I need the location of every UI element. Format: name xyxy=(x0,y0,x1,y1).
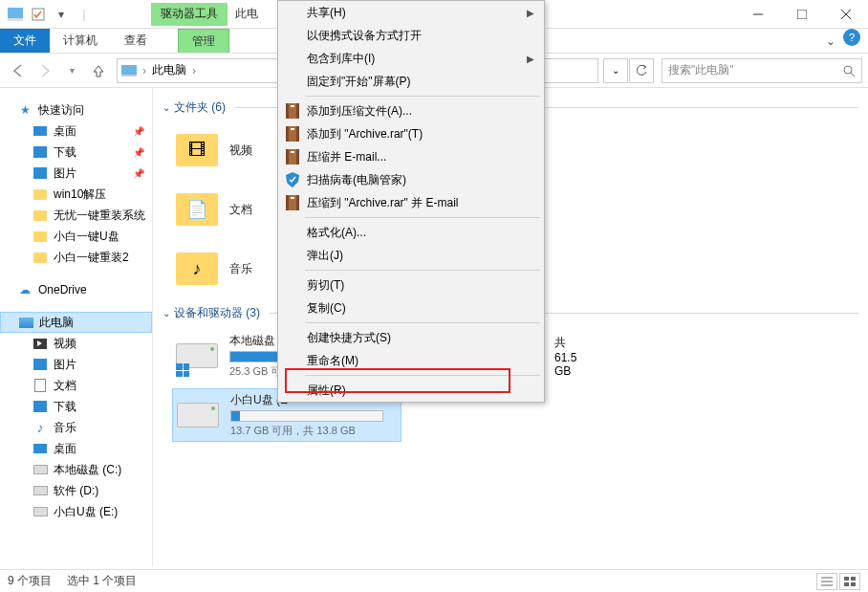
up-button[interactable] xyxy=(86,58,111,83)
sidebar-item[interactable]: 图片📌 xyxy=(0,163,152,184)
sidebar-item[interactable]: 小白一键重装2 xyxy=(0,247,152,268)
sidebar-item[interactable]: 桌面📌 xyxy=(0,121,152,142)
contextual-tab-drive-tools: 驱动器工具 xyxy=(151,3,228,26)
svg-rect-16 xyxy=(291,128,294,130)
svg-rect-7 xyxy=(121,65,137,75)
tile-label: 音乐 xyxy=(229,261,252,277)
context-menu-item[interactable]: 压缩并 E-mail... xyxy=(278,145,544,168)
context-menu-item[interactable]: 创建快捷方式(S) xyxy=(278,326,544,349)
sidebar-item-label: 下载 xyxy=(54,399,76,415)
context-menu-item[interactable]: 包含到库中(I)▶ xyxy=(278,47,544,70)
chevron-down-icon: ⌄ xyxy=(163,102,170,113)
svg-rect-27 xyxy=(851,577,856,581)
context-menu-item[interactable]: 添加到压缩文件(A)... xyxy=(278,99,544,122)
context-menu-item[interactable]: 以便携式设备方式打开 xyxy=(278,24,544,47)
context-menu-item[interactable]: 压缩到 "Archive.rar" 并 E-mail xyxy=(278,191,544,214)
view-details-button[interactable] xyxy=(816,573,837,590)
menu-item-label: 创建快捷方式(S) xyxy=(307,330,391,346)
breadcrumb-chevron-icon[interactable]: › xyxy=(141,64,148,77)
computer-tab[interactable]: 计算机 xyxy=(50,29,111,53)
context-menu-item[interactable]: 复制(C) xyxy=(278,296,544,319)
menu-item-label: 压缩并 E-mail... xyxy=(307,149,386,165)
ribbon-collapse-icon[interactable]: ⌄ xyxy=(818,29,843,53)
sidebar-item[interactable]: 文档 xyxy=(0,375,152,396)
menu-item-label: 以便携式设备方式打开 xyxy=(307,28,422,44)
hdd-icon xyxy=(33,504,48,519)
sidebar-item[interactable]: 下载 xyxy=(0,396,152,417)
address-dropdown[interactable]: ⌄ xyxy=(603,58,628,83)
sidebar-item-label: 桌面 xyxy=(54,123,76,140)
sidebar-item[interactable]: 视频 xyxy=(0,333,152,354)
sidebar-this-pc[interactable]: 此电脑 xyxy=(0,312,152,333)
nav-sidebar: ★ 快速访问 桌面📌下载📌图片📌win10解压无忧一键重装系统小白一键U盘小白一… xyxy=(0,88,153,566)
view-tab[interactable]: 查看 xyxy=(111,29,161,53)
search-input[interactable]: 搜索"此电脑" xyxy=(662,58,862,83)
qat-properties-icon[interactable] xyxy=(29,5,48,24)
maximize-button[interactable] xyxy=(780,0,824,29)
back-button[interactable] xyxy=(6,58,31,83)
cloud-icon: ☁ xyxy=(17,282,33,297)
menu-item-label: 添加到压缩文件(A)... xyxy=(307,103,412,120)
folder-icon xyxy=(33,186,48,202)
qat-dropdown-icon[interactable]: ▾ xyxy=(52,5,71,24)
sidebar-item[interactable]: 小白U盘 (E:) xyxy=(0,501,152,522)
tile-label: 视频 xyxy=(229,143,252,159)
menu-item-label: 格式化(A)... xyxy=(307,225,366,241)
sidebar-item[interactable]: 软件 (D:) xyxy=(0,480,152,501)
context-menu-item[interactable]: 弹出(J) xyxy=(278,244,544,267)
menu-item-label: 弹出(J) xyxy=(307,248,343,264)
sidebar-item[interactable]: 图片 xyxy=(0,354,152,375)
sidebar-item[interactable]: 下载📌 xyxy=(0,142,152,163)
menu-item-label: 添加到 "Archive.rar"(T) xyxy=(307,126,423,143)
quick-access-toolbar: ▾ | xyxy=(0,5,94,24)
sidebar-item[interactable]: 小白一键U盘 xyxy=(0,226,152,247)
capacity-bar xyxy=(230,410,383,422)
recent-dropdown[interactable]: ▾ xyxy=(59,58,84,83)
folder-icon: 📄 xyxy=(174,186,220,232)
file-tab[interactable]: 文件 xyxy=(0,29,50,53)
sidebar-item[interactable]: 本地磁盘 (C:) xyxy=(0,459,152,480)
context-menu-item[interactable]: 添加到 "Archive.rar"(T) xyxy=(278,122,544,145)
sidebar-item[interactable]: 桌面 xyxy=(0,438,152,459)
context-menu-item[interactable]: 剪切(T) xyxy=(278,274,544,296)
context-menu: 共享(H)▶以便携式设备方式打开包含到库中(I)▶固定到"开始"屏幕(P)添加到… xyxy=(277,0,545,403)
menu-item-label: 共享(H) xyxy=(307,5,346,21)
hdd-icon xyxy=(33,483,48,498)
context-menu-item[interactable]: 重命名(M) xyxy=(278,349,544,372)
folder-icon xyxy=(33,250,48,265)
context-menu-item[interactable]: 属性(R) xyxy=(278,379,544,402)
sidebar-item[interactable]: win10解压 xyxy=(0,184,152,205)
manage-tab[interactable]: 管理 xyxy=(178,29,229,53)
group-title: 文件夹 (6) xyxy=(174,99,226,116)
context-menu-item[interactable]: 扫描病毒(电脑管家) xyxy=(278,168,544,191)
close-button[interactable] xyxy=(824,0,868,29)
minimize-button[interactable] xyxy=(736,0,780,29)
refresh-button[interactable] xyxy=(629,58,654,83)
menu-item-label: 属性(R) xyxy=(307,383,346,399)
forward-button[interactable] xyxy=(33,58,57,83)
chevron-down-icon: ⌄ xyxy=(163,308,170,318)
breadcrumb[interactable]: 此电脑 xyxy=(148,62,190,78)
context-menu-item[interactable]: 共享(H)▶ xyxy=(278,1,544,24)
sidebar-item-label: 图片 xyxy=(54,165,76,182)
sidebar-item-label: 图片 xyxy=(54,357,76,373)
help-icon[interactable]: ? xyxy=(843,29,860,46)
svg-rect-19 xyxy=(291,151,294,153)
sidebar-item[interactable]: 无忧一键重装系统 xyxy=(0,205,152,226)
rar-icon xyxy=(284,125,301,143)
breadcrumb-chevron-icon[interactable]: › xyxy=(190,64,198,77)
svg-rect-1 xyxy=(8,18,23,21)
view-tiles-button[interactable] xyxy=(839,573,860,590)
sidebar-item-label: 软件 (D:) xyxy=(54,483,98,499)
status-item-count: 9 个项目 xyxy=(8,573,52,589)
sidebar-quick-access[interactable]: ★ 快速访问 xyxy=(0,99,152,121)
pc-icon xyxy=(121,65,137,77)
context-menu-item[interactable]: 固定到"开始"屏幕(P) xyxy=(278,70,544,93)
sidebar-item[interactable]: ♪音乐 xyxy=(0,417,152,438)
group-title: 设备和驱动器 (3) xyxy=(174,305,260,321)
sidebar-onedrive[interactable]: ☁ OneDrive xyxy=(0,279,152,300)
context-menu-item[interactable]: 格式化(A)... xyxy=(278,221,544,244)
search-placeholder: 搜索"此电脑" xyxy=(668,62,734,78)
submenu-arrow-icon: ▶ xyxy=(527,54,534,64)
folder-icon: 🎞 xyxy=(174,127,220,173)
